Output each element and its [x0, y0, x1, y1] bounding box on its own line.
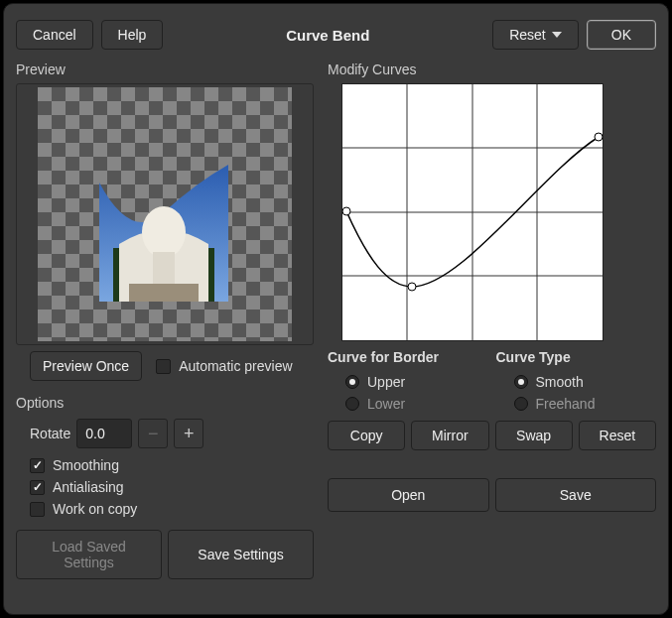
- upper-radio-row[interactable]: Upper: [328, 371, 488, 393]
- smooth-label: Smooth: [536, 374, 584, 390]
- reset-menu-button[interactable]: Reset: [492, 20, 579, 50]
- cancel-button[interactable]: Cancel: [16, 20, 93, 50]
- auto-preview-checkbox-row[interactable]: Automatic preview: [156, 355, 292, 377]
- work-on-copy-checkbox-row[interactable]: Work on copy: [16, 498, 314, 520]
- lower-radio[interactable]: [345, 397, 359, 411]
- curve-options-columns: Curve for Border Upper Lower Curve Type …: [328, 349, 656, 415]
- svg-point-13: [595, 133, 603, 141]
- preview-once-button[interactable]: Preview Once: [30, 351, 142, 381]
- antialias-checkbox-row[interactable]: Antialiasing: [16, 476, 314, 498]
- options-heading: Options: [16, 395, 314, 411]
- freehand-radio[interactable]: [514, 397, 528, 411]
- work-on-copy-checkbox[interactable]: [30, 502, 45, 517]
- smooth-radio-row[interactable]: Smooth: [496, 371, 657, 393]
- preview-controls-row: Preview Once Automatic preview: [16, 351, 314, 381]
- save-settings-button[interactable]: Save Settings: [168, 530, 314, 579]
- curve-editor[interactable]: [341, 83, 604, 341]
- copy-button[interactable]: Copy: [328, 421, 405, 450]
- dialog-title: Curve Bend: [171, 27, 484, 44]
- dialog-window: Cancel Help Curve Bend Reset OK Preview: [3, 3, 669, 615]
- swap-button[interactable]: Swap: [495, 421, 573, 450]
- chevron-down-icon: [552, 32, 562, 38]
- help-button[interactable]: Help: [101, 20, 164, 50]
- lower-radio-row[interactable]: Lower: [328, 393, 488, 415]
- mirror-button[interactable]: Mirror: [411, 421, 488, 450]
- smoothing-label: Smoothing: [53, 457, 119, 473]
- svg-point-11: [342, 207, 350, 215]
- rotate-increment-button[interactable]: +: [174, 419, 203, 448]
- right-column: Modify Curves Curve for Border: [328, 62, 656, 602]
- auto-preview-label: Automatic preview: [179, 358, 292, 374]
- curve-type-heading: Curve Type: [496, 349, 657, 365]
- rotate-input[interactable]: 0.0: [76, 419, 132, 448]
- titlebar: Cancel Help Curve Bend Reset OK: [16, 16, 656, 62]
- curve-border-heading: Curve for Border: [328, 349, 488, 365]
- ok-button[interactable]: OK: [587, 20, 656, 50]
- lower-label: Lower: [367, 396, 405, 412]
- work-on-copy-label: Work on copy: [53, 501, 137, 517]
- rotate-label: Rotate: [30, 426, 70, 441]
- load-saved-settings-button[interactable]: Load Saved Settings: [16, 530, 162, 579]
- svg-rect-2: [113, 248, 119, 302]
- smoothing-checkbox-row[interactable]: Smoothing: [16, 454, 314, 476]
- antialias-checkbox[interactable]: [30, 480, 45, 495]
- curve-border-column: Curve for Border Upper Lower: [328, 349, 488, 415]
- preview-heading: Preview: [16, 62, 314, 77]
- preview-canvas: [38, 87, 292, 341]
- modify-curves-heading: Modify Curves: [328, 62, 656, 77]
- curve-action-buttons: Copy Mirror Swap Reset: [328, 421, 656, 450]
- preview-frame: [16, 83, 314, 345]
- svg-rect-3: [208, 248, 214, 302]
- svg-rect-4: [129, 284, 199, 302]
- preview-image: [99, 165, 228, 302]
- reset-label: Reset: [509, 27, 546, 43]
- freehand-label: Freehand: [536, 396, 596, 412]
- rotate-decrement-button[interactable]: −: [138, 419, 168, 448]
- antialias-label: Antialiasing: [53, 479, 124, 495]
- auto-preview-checkbox[interactable]: [156, 359, 171, 374]
- svg-point-12: [408, 283, 416, 291]
- save-button[interactable]: Save: [495, 478, 657, 512]
- curve-reset-button[interactable]: Reset: [579, 421, 656, 450]
- smoothing-checkbox[interactable]: [30, 458, 45, 473]
- svg-point-0: [142, 206, 186, 258]
- freehand-radio-row[interactable]: Freehand: [496, 393, 657, 415]
- content-area: Preview: [16, 62, 656, 602]
- open-button[interactable]: Open: [328, 478, 489, 512]
- left-column: Preview: [16, 62, 314, 602]
- open-save-row: Open Save: [328, 478, 656, 512]
- rotate-row: Rotate 0.0 − +: [16, 419, 314, 448]
- settings-buttons-row: Load Saved Settings Save Settings: [16, 530, 314, 579]
- upper-label: Upper: [367, 374, 405, 390]
- upper-radio[interactable]: [345, 375, 359, 389]
- smooth-radio[interactable]: [514, 375, 528, 389]
- curve-type-column: Curve Type Smooth Freehand: [496, 349, 657, 415]
